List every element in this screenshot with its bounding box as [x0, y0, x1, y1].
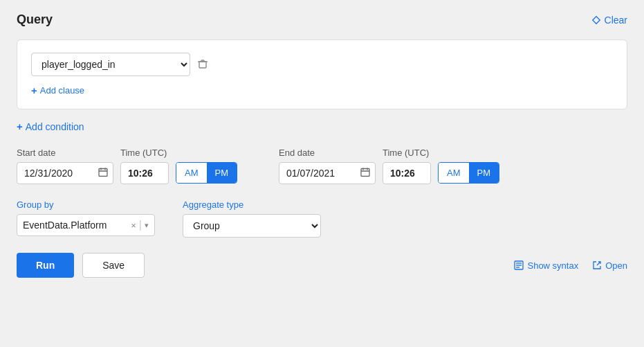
- start-ampm-group: AM PM: [176, 162, 237, 184]
- svg-line-18: [597, 262, 600, 265]
- svg-marker-0: [592, 16, 600, 24]
- event-select[interactable]: player_logged_inplayer_logged_outplayer_…: [31, 53, 190, 76]
- plus-icon-condition: +: [17, 121, 23, 132]
- page-title: Query: [17, 12, 53, 27]
- end-ampm-group: AM PM: [438, 162, 499, 184]
- group-by-value: EventData.Platform: [23, 220, 127, 231]
- open-label: Open: [605, 260, 627, 271]
- plus-icon: +: [31, 84, 37, 96]
- start-time-input[interactable]: [120, 162, 169, 184]
- end-date-label: End date: [279, 148, 376, 158]
- open-icon: [592, 260, 602, 270]
- end-time-label: Time (UTC): [383, 148, 431, 158]
- end-time-input[interactable]: [383, 162, 431, 184]
- group-by-label: Group by: [17, 199, 155, 210]
- chevron-down-icon[interactable]: ▾: [145, 221, 149, 230]
- add-condition-button[interactable]: + Add condition: [17, 121, 84, 132]
- group-by-input[interactable]: EventData.Platform × | ▾: [17, 214, 155, 236]
- run-button[interactable]: Run: [17, 253, 74, 278]
- save-button[interactable]: Save: [82, 253, 145, 278]
- start-am-button[interactable]: AM: [176, 163, 207, 183]
- end-date-group: End date Time (UTC): [279, 148, 499, 184]
- start-pm-button[interactable]: PM: [207, 163, 237, 183]
- clear-button[interactable]: Clear: [591, 15, 627, 26]
- show-syntax-button[interactable]: Show syntax: [514, 260, 578, 271]
- diamond-icon: [591, 15, 601, 25]
- start-time-label: Time (UTC): [120, 148, 169, 158]
- svg-rect-1: [199, 62, 206, 68]
- end-am-button[interactable]: AM: [439, 163, 469, 183]
- group-by-section: Group by EventData.Platform × | ▾: [17, 199, 155, 236]
- syntax-icon: [514, 260, 524, 270]
- start-date-input[interactable]: [17, 162, 113, 184]
- query-box: player_logged_inplayer_logged_outplayer_…: [17, 39, 627, 109]
- aggregate-select[interactable]: GroupSumCountAverage: [183, 214, 321, 238]
- aggregate-label: Aggregate type: [183, 199, 321, 210]
- show-syntax-label: Show syntax: [527, 260, 578, 271]
- divider-icon: |: [139, 219, 142, 231]
- add-condition-label: Add condition: [26, 121, 84, 132]
- end-date-input[interactable]: [279, 162, 376, 184]
- end-pm-button[interactable]: PM: [469, 163, 499, 183]
- close-icon[interactable]: ×: [131, 220, 136, 231]
- aggregate-section: Aggregate type GroupSumCountAverage: [183, 199, 321, 238]
- delete-clause-button[interactable]: [197, 59, 208, 70]
- trash-icon: [197, 59, 208, 70]
- clear-label: Clear: [605, 15, 627, 26]
- start-date-group: Start date Time (UTC): [17, 148, 237, 184]
- start-date-label: Start date: [17, 148, 113, 158]
- add-clause-button[interactable]: + Add clause: [31, 84, 84, 96]
- open-button[interactable]: Open: [592, 260, 627, 271]
- add-clause-label: Add clause: [40, 85, 84, 96]
